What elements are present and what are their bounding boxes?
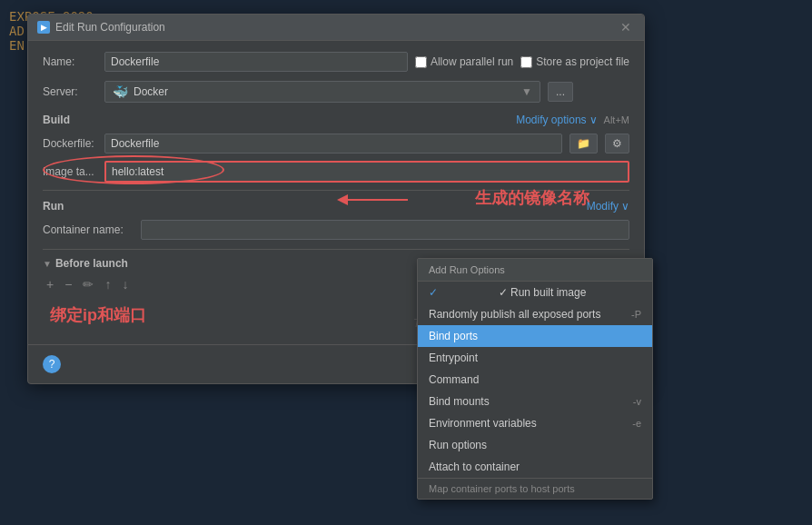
titlebar-left: ▶ Edit Run Configuration bbox=[37, 21, 165, 34]
dropdown-item-entrypoint[interactable]: Entrypoint bbox=[418, 347, 652, 369]
dialog-title: Edit Run Configuration bbox=[55, 21, 165, 34]
image-tag-input[interactable] bbox=[104, 161, 629, 183]
add-run-options-dropdown: Add Run Options ✓ Run built image Random… bbox=[417, 258, 653, 500]
image-arrow bbox=[335, 193, 408, 210]
dropdown-item-run-built-image[interactable]: ✓ Run built image bbox=[418, 282, 652, 303]
close-button[interactable]: ✕ bbox=[617, 20, 635, 35]
store-project-checkbox[interactable] bbox=[520, 56, 532, 68]
dropdown-item-bind-ports[interactable]: Bind ports bbox=[418, 325, 652, 347]
dialog-titlebar: ▶ Edit Run Configuration ✕ bbox=[28, 15, 644, 41]
dockerfile-row: Dockerfile: 📁 ⚙ bbox=[43, 134, 629, 154]
move-down-button[interactable]: ↓ bbox=[118, 275, 132, 293]
parallel-run-label: Allow parallel run bbox=[415, 55, 513, 68]
container-name-row: Container name: bbox=[43, 220, 629, 240]
dropdown-footer: Map container ports to host ports bbox=[418, 478, 652, 499]
server-row: Server: 🐳 Docker ▼ ... bbox=[43, 81, 629, 103]
docker-icon: 🐳 bbox=[113, 84, 128, 99]
server-value: Docker bbox=[134, 85, 168, 98]
dockerfile-settings-button[interactable]: ⚙ bbox=[605, 134, 629, 154]
image-tag-label: Image ta... bbox=[43, 165, 97, 178]
build-section-header: Build Modify options ∨ Alt+M bbox=[43, 114, 629, 126]
edit-run-configuration-dialog: ▶ Edit Run Configuration ✕ Name: Allow p… bbox=[27, 14, 645, 384]
server-ellipsis-button[interactable]: ... bbox=[548, 82, 573, 102]
move-up-button[interactable]: ↑ bbox=[101, 275, 114, 293]
modify-run-link[interactable]: Modify ∨ bbox=[587, 200, 629, 213]
shortcut-hint: Alt+M bbox=[604, 114, 629, 125]
build-title: Build bbox=[43, 114, 70, 126]
modify-options-link[interactable]: Modify options ∨ Alt+M bbox=[516, 114, 629, 126]
dropdown-item-run-options[interactable]: Run options bbox=[418, 434, 652, 456]
container-name-label: Container name: bbox=[43, 223, 134, 236]
help-button[interactable]: ? bbox=[43, 355, 61, 373]
edit-task-button[interactable]: ✏ bbox=[79, 275, 97, 293]
remove-task-button[interactable]: − bbox=[61, 275, 75, 293]
image-name-annotation: 生成的镜像名称 bbox=[475, 187, 589, 209]
dropdown-item-publish-ports[interactable]: Randomly publish all exposed ports -P bbox=[418, 303, 652, 325]
dockerfile-folder-button[interactable]: 📁 bbox=[569, 134, 598, 154]
dropdown-item-attach[interactable]: Attach to container bbox=[418, 456, 652, 478]
server-label: Server: bbox=[43, 85, 97, 98]
image-annotation-text: 生成的镜像名称 bbox=[475, 187, 589, 209]
dropdown-header: Add Run Options bbox=[418, 259, 652, 282]
add-task-button[interactable]: + bbox=[43, 275, 57, 293]
image-tag-row: Image ta... bbox=[43, 161, 629, 183]
parallel-run-checkbox[interactable] bbox=[415, 56, 427, 68]
bind-annotation-text: 绑定ip和端口 bbox=[50, 304, 146, 326]
dialog-app-icon: ▶ bbox=[37, 21, 50, 34]
dropdown-item-bind-mounts[interactable]: Bind mounts -v bbox=[418, 391, 652, 412]
dockerfile-input[interactable] bbox=[104, 134, 562, 154]
name-label: Name: bbox=[43, 55, 97, 68]
select-arrow-icon: ▼ bbox=[521, 85, 532, 98]
name-input[interactable] bbox=[104, 52, 408, 72]
before-launch-title: Before launch bbox=[55, 257, 128, 270]
server-select[interactable]: 🐳 Docker ▼ bbox=[104, 81, 540, 103]
before-launch-chevron[interactable]: ▼ bbox=[43, 259, 52, 269]
name-row: Name: Allow parallel run Store as projec… bbox=[43, 52, 629, 72]
dockerfile-label: Dockerfile: bbox=[43, 137, 97, 150]
dropdown-item-command[interactable]: Command bbox=[418, 369, 652, 391]
dropdown-item-env-vars[interactable]: Environment variables -e bbox=[418, 412, 652, 434]
container-name-input[interactable] bbox=[141, 220, 629, 240]
run-title: Run bbox=[43, 200, 64, 213]
store-project-label: Store as project file bbox=[520, 55, 629, 68]
